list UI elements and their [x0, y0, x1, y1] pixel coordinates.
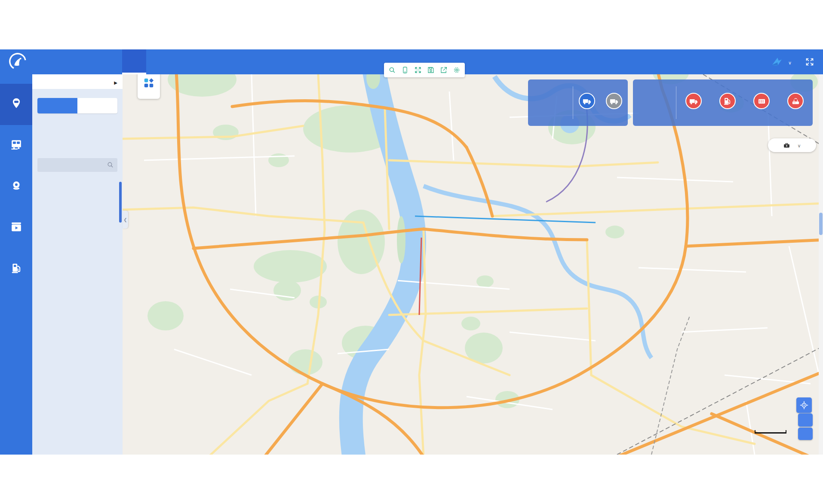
sidebar-item-vehicle-monitor[interactable] — [0, 166, 32, 208]
zoom-in-button[interactable] — [798, 413, 813, 427]
navbar-right — [771, 49, 816, 74]
user-menu[interactable] — [786, 58, 792, 66]
app-logo — [8, 52, 31, 71]
vehicle-panel — [32, 74, 123, 455]
nav-item-report-center[interactable] — [146, 49, 170, 74]
circle-search-icon[interactable] — [386, 63, 399, 77]
nav-item-platform-management[interactable] — [170, 49, 194, 74]
device-alarm-icon — [787, 93, 804, 109]
arrow-right-icon — [114, 78, 117, 86]
fuel-icon — [11, 263, 22, 274]
water-tank-alarm-icon — [753, 93, 770, 109]
alarm-stats-panel — [633, 79, 813, 126]
avatar — [771, 56, 782, 67]
vehicle-management-app — [0, 0, 823, 504]
save-icon[interactable] — [424, 63, 437, 77]
online-stat[interactable] — [579, 93, 595, 113]
offline-stat[interactable] — [606, 93, 622, 113]
org-selector[interactable] — [32, 74, 123, 89]
sidebar-item-vehicle-location[interactable] — [0, 84, 32, 125]
fuel-alarm-stat[interactable] — [719, 93, 736, 113]
fuel-alarm-icon — [719, 93, 736, 109]
map-scale — [755, 429, 786, 434]
pin-car-icon — [11, 98, 22, 109]
scale-bar — [755, 430, 786, 434]
nav-item-overview-map[interactable] — [98, 49, 122, 74]
sidebar-item-vehicle-track[interactable] — [0, 125, 32, 166]
fleet-total — [528, 86, 573, 119]
search-icon — [107, 161, 114, 168]
track-bus-icon — [11, 139, 22, 150]
simple-mode-button[interactable] — [77, 98, 117, 113]
locate-button[interactable] — [796, 397, 812, 413]
work-alarm-stat[interactable] — [685, 93, 702, 113]
work-alarm-truck-icon — [685, 93, 702, 109]
settings-gear-icon[interactable] — [450, 63, 463, 77]
video-icon — [11, 221, 22, 232]
mode-toggle — [37, 98, 117, 113]
zoom-out-button[interactable] — [798, 428, 813, 440]
sidebar-item-vehicle-fuel[interactable] — [0, 249, 32, 290]
online-truck-icon — [579, 93, 595, 109]
map-toolbar — [384, 63, 465, 77]
fleet-stats-panel — [528, 79, 628, 126]
water-alarm-stat[interactable] — [753, 93, 770, 113]
left-sidebar — [0, 74, 32, 455]
search-box — [37, 158, 117, 172]
panel-collapse-button[interactable] — [123, 211, 128, 229]
vehicle-list — [32, 182, 123, 455]
fullscreen-button[interactable] — [805, 58, 816, 66]
toolbox-button[interactable] — [768, 138, 816, 152]
map-base-layer — [123, 74, 823, 455]
list-scrollbar — [119, 182, 122, 455]
main-nav — [98, 49, 194, 74]
sidebar-item-history-monitor[interactable] — [0, 208, 32, 249]
expand-icon[interactable] — [412, 63, 424, 77]
vehicle-type-button[interactable] — [138, 74, 160, 99]
chevron-down-icon — [795, 142, 801, 149]
map-canvas[interactable] — [123, 74, 823, 455]
alarm-total — [633, 86, 676, 119]
nav-item-vehicle-management[interactable] — [122, 49, 146, 74]
vehicle-type-grid-icon — [143, 77, 154, 89]
offline-truck-icon — [606, 93, 622, 109]
crane-logo-icon — [8, 52, 28, 71]
camera-icon — [11, 180, 22, 191]
page-scrollbar-thumb[interactable] — [819, 213, 823, 235]
device-screen-icon[interactable] — [399, 63, 412, 77]
locate-icon — [799, 400, 809, 410]
export-icon[interactable] — [437, 63, 450, 77]
detail-mode-button[interactable] — [37, 98, 77, 113]
device-alarm-stat[interactable] — [787, 93, 804, 113]
toolbox-icon — [783, 142, 790, 149]
page-scrollbar — [819, 74, 823, 455]
fullscreen-icon — [805, 58, 814, 66]
search-input[interactable] — [37, 158, 117, 172]
list-scrollbar-thumb[interactable] — [119, 182, 122, 223]
